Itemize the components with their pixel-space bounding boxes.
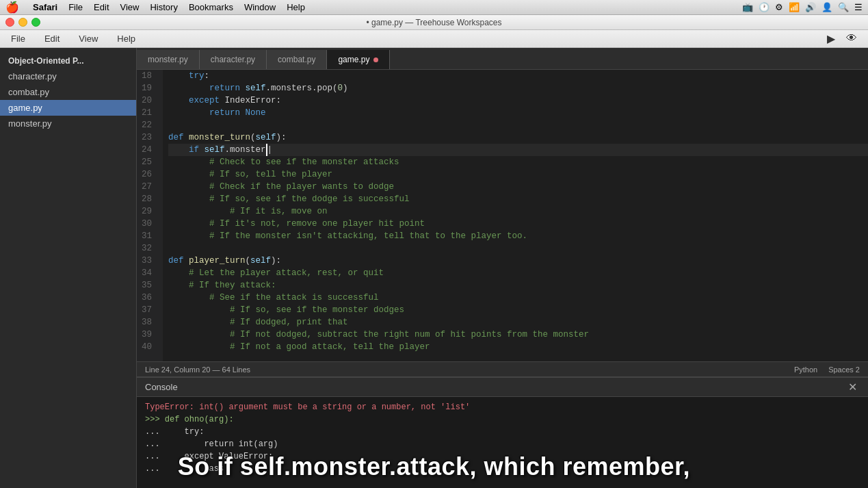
app-menu-edit[interactable]: Edit (42, 32, 62, 45)
app-menu-help[interactable]: Help (114, 32, 138, 45)
editor-area: monster.py character.py combat.py game.p… (137, 48, 868, 488)
console-content[interactable]: TypeError: int() argument must be a stri… (137, 397, 868, 488)
code-line-35: # If they attack: (168, 279, 868, 292)
console-line-3: ... return int(arg) (145, 439, 860, 452)
code-line-33: def player_turn(self): (168, 255, 868, 267)
volume-icon: 🔊 (805, 2, 816, 12)
code-line-30: # If it's not, remove one player hit poi… (168, 218, 868, 230)
code-line-37: # If so, see if the monster dodges (168, 304, 868, 316)
spaces-indicator[interactable]: Spaces 2 (828, 365, 860, 374)
code-line-26: # If so, tell the player (168, 168, 868, 181)
code-line-23: def monster_turn(self): (168, 131, 868, 144)
sidebar-item-combat[interactable]: combat.py (0, 84, 136, 100)
code-line-39: # If not dodged, subtract the right num … (168, 329, 868, 341)
search-icon[interactable]: 🔍 (838, 2, 849, 12)
time-icon: 🕐 (759, 2, 770, 12)
line-numbers: 18 19 20 21 22 23 24 25 26 27 28 29 30 3… (137, 70, 163, 361)
app-menu-right: ▶ 👁 (824, 31, 860, 47)
code-line-18: try: (168, 70, 868, 82)
window-controls (5, 18, 40, 27)
run-icon[interactable]: ▶ (824, 31, 838, 47)
console-close-button[interactable]: ✕ (845, 381, 860, 394)
menu-edit[interactable]: Edit (94, 2, 109, 12)
menu-help[interactable]: Help (287, 2, 305, 12)
code-line-20: except IndexError: (168, 94, 868, 107)
wifi-icon: 📶 (789, 2, 800, 12)
app-menu-view[interactable]: View (76, 32, 101, 45)
console-header: Console ✕ (137, 378, 868, 397)
code-line-34: # Let the player attack, rest, or quit (168, 267, 868, 279)
code-line-22 (168, 119, 868, 131)
console-title: Console (145, 382, 178, 392)
code-line-21: return None (168, 107, 868, 119)
close-button[interactable] (5, 18, 14, 27)
code-line-27: # Check if the player wants to dodge (168, 181, 868, 193)
code-line-28: # If so, see if the dodge is successful (168, 193, 868, 205)
menu-view[interactable]: View (120, 2, 140, 12)
sidebar-item-character[interactable]: character.py (0, 68, 136, 84)
code-line-25: # Check to see if the monster attacks (168, 156, 868, 168)
status-bar: Line 24, Column 20 — 64 Lines Python Spa… (137, 361, 868, 376)
menu-history[interactable]: History (150, 2, 177, 12)
code-line-38: # If dodged, print that (168, 316, 868, 329)
console-line-0: TypeError: int() argument must be a stri… (145, 402, 860, 415)
code-line-36: # See if the attack is successful (168, 292, 868, 304)
app-menu-file[interactable]: File (8, 32, 28, 45)
controls-icon: ⚙ (775, 2, 783, 12)
code-line-24: if self.monster| (168, 144, 868, 156)
code-line-29: # If it is, move on (168, 205, 868, 218)
window-title-bar: • game.py — Treehouse Workspaces (0, 15, 868, 30)
menu-bookmarks[interactable]: Bookmarks (189, 2, 233, 12)
console-line-1: >>> def ohno(arg): (145, 415, 860, 427)
screen-icon: 📺 (742, 2, 753, 12)
minimize-button[interactable] (18, 18, 27, 27)
console-area: Console ✕ TypeError: int() argument must… (137, 376, 868, 488)
app-menu: File Edit View Help ▶ 👁 (0, 30, 868, 48)
code-editor[interactable]: 18 19 20 21 22 23 24 25 26 27 28 29 30 3… (137, 70, 868, 361)
menu-safari[interactable]: Safari (33, 2, 57, 12)
maximize-button[interactable] (31, 18, 40, 27)
sidebar-item-monster[interactable]: monster.py (0, 116, 136, 131)
tabs-bar: monster.py character.py combat.py game.p… (137, 48, 868, 70)
cursor-position: Line 24, Column 20 — 64 Lines (145, 365, 250, 374)
console-line-2: ... try: (145, 427, 860, 439)
sidebar-folder[interactable]: Object-Oriented P... (0, 53, 136, 68)
code-line-31: # If the monster isn't attacking, tell t… (168, 230, 868, 242)
menu-bar-right-icons: 📺 🕐 ⚙ 📶 🔊 👤 🔍 ☰ (742, 2, 863, 12)
code-line-19: return self.monsters.pop(0) (168, 82, 868, 94)
tab-combat[interactable]: combat.py (267, 50, 327, 69)
sidebar: Object-Oriented P... character.py combat… (0, 48, 137, 488)
code-line-40: # If not a good attack, tell the player (168, 341, 868, 353)
tab-character[interactable]: character.py (200, 50, 267, 69)
language-indicator[interactable]: Python (794, 365, 817, 374)
tab-game[interactable]: game.py (327, 50, 390, 69)
sidebar-item-game[interactable]: game.py (0, 100, 136, 116)
list-icon: ☰ (854, 2, 863, 12)
console-line-5: ... pass (145, 464, 860, 476)
modified-indicator (373, 57, 378, 62)
tab-monster[interactable]: monster.py (137, 50, 200, 69)
code-content[interactable]: try: return self.monsters.pop(0) except … (163, 70, 868, 361)
console-line-4: ... except ValueError: (145, 452, 860, 464)
menu-file[interactable]: File (68, 2, 83, 12)
code-line-32 (168, 242, 868, 255)
menu-window[interactable]: Window (244, 2, 276, 12)
window-title: • game.py — Treehouse Workspaces (366, 18, 501, 27)
eye-icon[interactable]: 👁 (843, 31, 860, 47)
mac-menu-bar: 🍎 Safari File Edit View History Bookmark… (0, 0, 868, 15)
user-icon: 👤 (821, 2, 832, 12)
status-right: Python Spaces 2 (794, 365, 860, 374)
apple-icon[interactable]: 🍎 (5, 1, 19, 14)
